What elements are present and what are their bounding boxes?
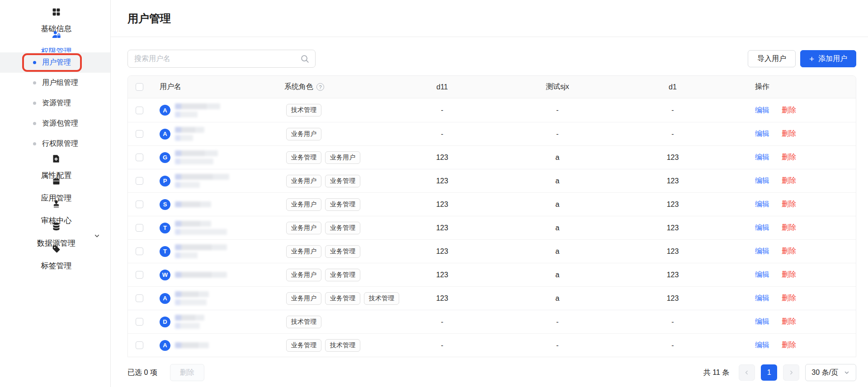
test-sjx-cell: a [499, 154, 616, 162]
avatar: P [160, 176, 170, 187]
roles-cell: 业务用户 [273, 128, 386, 140]
delete-link[interactable]: 删除 [782, 176, 796, 186]
edit-link[interactable]: 编辑 [755, 200, 769, 209]
username-cell: P [151, 174, 273, 188]
current-page-button[interactable]: 1 [761, 364, 777, 381]
actions-cell: 编辑 删除 [729, 176, 856, 186]
row-checkbox[interactable] [136, 271, 143, 279]
edit-link[interactable]: 编辑 [755, 270, 769, 280]
delete-link[interactable]: 删除 [782, 340, 796, 350]
delete-link[interactable]: 删除 [782, 270, 796, 280]
sidebar-item-basic-info[interactable]: 基础信息 [0, 7, 110, 30]
test-sjx-cell: - [499, 341, 616, 350]
user-lock-icon [52, 30, 61, 39]
role-tag: 业务用户 [286, 292, 321, 305]
role-tag: 业务用户 [286, 222, 321, 234]
edit-link[interactable]: 编辑 [755, 223, 769, 233]
sidebar-item-user-group-mgmt[interactable]: 用户组管理 [0, 73, 110, 93]
bulk-delete-button[interactable]: 删除 [170, 364, 204, 381]
search-icon[interactable] [300, 54, 310, 64]
row-checkbox[interactable] [136, 318, 143, 326]
prev-page-button[interactable] [739, 364, 755, 381]
test-sjx-cell: a [499, 177, 616, 185]
sidebar-item-user-mgmt[interactable]: 用户管理 [0, 52, 110, 73]
sidebar-item-permission-mgmt[interactable]: 权限管理 [0, 30, 110, 52]
username-cell: A [151, 103, 273, 117]
row-checkbox[interactable] [136, 294, 143, 302]
edit-link[interactable]: 编辑 [755, 340, 769, 350]
avatar: D [160, 317, 170, 327]
role-tag: 业务管理 [325, 175, 360, 187]
table-row: T 业务用户业务管理 123 a 123 编辑 删除 [128, 216, 856, 239]
sidebar-item-resource-package-mgmt[interactable]: 资源包管理 [0, 113, 110, 134]
delete-link[interactable]: 删除 [782, 153, 796, 162]
sidebar-item-tag-mgmt[interactable]: 标签管理 [0, 244, 110, 267]
username-cell: T [151, 221, 273, 235]
delete-link[interactable]: 删除 [782, 247, 796, 256]
import-users-button[interactable]: 导入用户 [748, 50, 796, 67]
delete-link[interactable]: 删除 [782, 294, 796, 303]
roles-cell: 业务管理业务用户 [273, 151, 386, 164]
row-checkbox[interactable] [136, 200, 143, 208]
redacted-username [175, 315, 204, 329]
role-tag: 业务用户 [286, 175, 321, 187]
roles-cell: 业务用户业务管理 [273, 245, 386, 258]
row-checkbox[interactable] [136, 130, 143, 138]
chevron-down-icon[interactable] [94, 233, 100, 239]
roles-cell: 业务用户业务管理 [273, 175, 386, 187]
d1-cell: 123 [616, 271, 729, 279]
redacted-username [175, 291, 209, 305]
help-icon[interactable]: ? [316, 83, 324, 91]
column-d1: d1 [616, 83, 729, 91]
table-footer: 已选 0 项 删除 共 11 条 1 30 条/页 [127, 364, 856, 387]
page-title: 用户管理 [127, 11, 171, 26]
test-sjx-cell: a [499, 294, 616, 303]
search-input[interactable] [127, 50, 316, 68]
sidebar-item-app-mgmt[interactable]: 应用管理 [0, 177, 110, 199]
row-checkbox[interactable] [136, 247, 143, 255]
role-tag: 业务管理 [286, 151, 321, 164]
redacted-text-bar [175, 244, 227, 250]
row-checkbox[interactable] [136, 341, 143, 349]
row-checkbox[interactable] [136, 224, 143, 232]
edit-link[interactable]: 编辑 [755, 129, 769, 139]
delete-link[interactable]: 删除 [782, 317, 796, 326]
test-sjx-cell: a [499, 271, 616, 279]
row-checkbox[interactable] [136, 107, 143, 114]
next-page-button[interactable] [783, 364, 799, 381]
row-checkbox[interactable] [136, 177, 143, 185]
users-table: 用户名 系统角色 ? d11 测试sjx d1 操作 A 技术管理 - - [127, 75, 856, 357]
add-user-button[interactable]: + 添加用户 [800, 50, 856, 67]
toolbox-icon [52, 177, 61, 186]
d1-cell: 123 [616, 177, 729, 185]
delete-link[interactable]: 删除 [782, 106, 796, 115]
edit-link[interactable]: 编辑 [755, 317, 769, 326]
edit-link[interactable]: 编辑 [755, 153, 769, 162]
plus-icon: + [809, 55, 814, 63]
edit-link[interactable]: 编辑 [755, 294, 769, 303]
role-tag: 技术管理 [286, 316, 321, 328]
delete-link[interactable]: 删除 [782, 200, 796, 209]
row-checkbox[interactable] [136, 154, 143, 161]
bullet-dot-icon [33, 81, 36, 84]
test-sjx-cell: - [499, 130, 616, 138]
sidebar-item-audit-center[interactable]: 审核中心 [0, 199, 110, 222]
table-row: W 业务用户业务管理 123 a 123 编辑 删除 [128, 263, 856, 286]
edit-link[interactable]: 编辑 [755, 106, 769, 115]
delete-link[interactable]: 删除 [782, 223, 796, 233]
select-all-checkbox[interactable] [136, 83, 143, 91]
d11-cell: - [386, 130, 499, 138]
sidebar-item-attribute-config[interactable]: 属性配置 [0, 154, 110, 177]
sidebar-item-resource-mgmt[interactable]: 资源管理 [0, 93, 110, 113]
d1-cell: 123 [616, 200, 729, 209]
sidebar-item-row-permission-mgmt[interactable]: 行权限管理 [0, 134, 110, 154]
redacted-username [175, 174, 229, 188]
database-icon [52, 222, 61, 231]
delete-link[interactable]: 删除 [782, 129, 796, 139]
edit-link[interactable]: 编辑 [755, 176, 769, 186]
d1-cell: - [616, 318, 729, 326]
edit-link[interactable]: 编辑 [755, 247, 769, 256]
toolbar: 导入用户 + 添加用户 [127, 50, 856, 68]
redacted-text-bar [175, 103, 220, 109]
page-size-select[interactable]: 30 条/页 [805, 364, 856, 381]
